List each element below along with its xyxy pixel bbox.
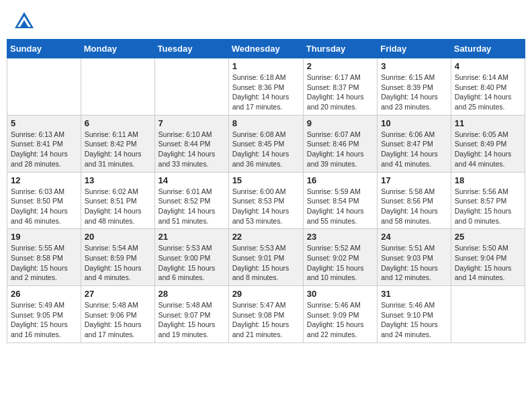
day-number: 3: [381, 61, 447, 71]
weekday-header-thursday: Thursday: [303, 40, 377, 58]
day-number: 16: [307, 175, 373, 185]
weekday-header-wednesday: Wednesday: [228, 40, 303, 58]
empty-cell: [154, 58, 228, 116]
day-number: 17: [381, 175, 447, 185]
day-number: 31: [381, 289, 447, 299]
day-info: Sunrise: 5:46 AM Sunset: 9:10 PM Dayligh…: [381, 300, 447, 340]
day-number: 9: [307, 118, 373, 128]
day-info: Sunrise: 6:13 AM Sunset: 8:41 PM Dayligh…: [11, 130, 77, 169]
calendar-week-3: 12Sunrise: 6:03 AM Sunset: 8:50 PM Dayli…: [7, 172, 525, 229]
weekday-header-saturday: Saturday: [451, 40, 525, 58]
day-info: Sunrise: 5:52 AM Sunset: 9:02 PM Dayligh…: [307, 243, 373, 283]
day-cell-20: 20Sunrise: 5:54 AM Sunset: 8:59 PM Dayli…: [81, 229, 154, 286]
day-info: Sunrise: 6:07 AM Sunset: 8:46 PM Dayligh…: [307, 130, 373, 169]
calendar-week-4: 19Sunrise: 5:55 AM Sunset: 8:58 PM Dayli…: [7, 229, 525, 286]
empty-cell: [7, 58, 81, 116]
day-info: Sunrise: 5:59 AM Sunset: 8:54 PM Dayligh…: [307, 187, 373, 226]
day-info: Sunrise: 5:47 AM Sunset: 9:08 PM Dayligh…: [232, 300, 300, 340]
day-info: Sunrise: 6:05 AM Sunset: 8:49 PM Dayligh…: [455, 130, 521, 169]
day-number: 27: [85, 289, 151, 299]
day-cell-9: 9Sunrise: 6:07 AM Sunset: 8:46 PM Daylig…: [303, 115, 377, 172]
day-info: Sunrise: 5:49 AM Sunset: 9:05 PM Dayligh…: [11, 300, 77, 340]
day-number: 22: [232, 232, 300, 242]
day-cell-18: 18Sunrise: 5:56 AM Sunset: 8:57 PM Dayli…: [451, 172, 525, 229]
day-cell-12: 12Sunrise: 6:03 AM Sunset: 8:50 PM Dayli…: [7, 172, 81, 229]
day-info: Sunrise: 6:14 AM Sunset: 8:40 PM Dayligh…: [455, 73, 521, 112]
day-number: 7: [159, 118, 225, 128]
calendar-table: SundayMondayTuesdayWednesdayThursdayFrid…: [7, 39, 525, 343]
empty-cell: [451, 286, 525, 343]
calendar-week-1: 1Sunrise: 6:18 AM Sunset: 8:36 PM Daylig…: [7, 58, 525, 116]
day-cell-27: 27Sunrise: 5:48 AM Sunset: 9:06 PM Dayli…: [81, 286, 154, 343]
day-number: 11: [455, 118, 521, 128]
day-number: 30: [307, 289, 373, 299]
weekday-header-friday: Friday: [378, 40, 451, 58]
day-info: Sunrise: 6:10 AM Sunset: 8:44 PM Dayligh…: [159, 130, 225, 169]
day-info: Sunrise: 5:56 AM Sunset: 8:57 PM Dayligh…: [455, 187, 521, 226]
day-info: Sunrise: 6:06 AM Sunset: 8:47 PM Dayligh…: [381, 130, 447, 169]
day-number: 5: [11, 118, 77, 128]
day-info: Sunrise: 6:18 AM Sunset: 8:36 PM Dayligh…: [232, 73, 300, 112]
day-number: 1: [232, 61, 300, 71]
day-cell-3: 3Sunrise: 6:15 AM Sunset: 8:39 PM Daylig…: [378, 58, 451, 116]
day-cell-23: 23Sunrise: 5:52 AM Sunset: 9:02 PM Dayli…: [303, 229, 377, 286]
empty-cell: [81, 58, 154, 116]
day-cell-21: 21Sunrise: 5:53 AM Sunset: 9:00 PM Dayli…: [154, 229, 228, 286]
day-cell-29: 29Sunrise: 5:47 AM Sunset: 9:08 PM Dayli…: [228, 286, 303, 343]
day-number: 15: [232, 175, 300, 185]
day-cell-26: 26Sunrise: 5:49 AM Sunset: 9:05 PM Dayli…: [7, 286, 81, 343]
page-header: [7, 7, 525, 36]
day-info: Sunrise: 5:51 AM Sunset: 9:03 PM Dayligh…: [381, 243, 447, 283]
day-number: 25: [455, 232, 521, 242]
day-info: Sunrise: 6:01 AM Sunset: 8:52 PM Dayligh…: [159, 187, 225, 226]
day-cell-30: 30Sunrise: 5:46 AM Sunset: 9:09 PM Dayli…: [303, 286, 377, 343]
calendar-week-5: 26Sunrise: 5:49 AM Sunset: 9:05 PM Dayli…: [7, 286, 525, 343]
day-cell-28: 28Sunrise: 5:48 AM Sunset: 9:07 PM Dayli…: [154, 286, 228, 343]
day-info: Sunrise: 6:00 AM Sunset: 8:53 PM Dayligh…: [232, 187, 300, 226]
day-number: 18: [455, 175, 521, 185]
day-info: Sunrise: 6:11 AM Sunset: 8:42 PM Dayligh…: [85, 130, 151, 169]
day-number: 14: [159, 175, 225, 185]
day-info: Sunrise: 6:08 AM Sunset: 8:45 PM Dayligh…: [232, 130, 300, 169]
day-cell-2: 2Sunrise: 6:17 AM Sunset: 8:37 PM Daylig…: [303, 58, 377, 116]
day-info: Sunrise: 5:54 AM Sunset: 8:59 PM Dayligh…: [85, 243, 151, 283]
day-number: 26: [11, 289, 77, 299]
day-info: Sunrise: 5:48 AM Sunset: 9:07 PM Dayligh…: [159, 300, 225, 340]
day-cell-10: 10Sunrise: 6:06 AM Sunset: 8:47 PM Dayli…: [378, 115, 451, 172]
day-cell-24: 24Sunrise: 5:51 AM Sunset: 9:03 PM Dayli…: [378, 229, 451, 286]
day-cell-6: 6Sunrise: 6:11 AM Sunset: 8:42 PM Daylig…: [81, 115, 154, 172]
day-number: 6: [85, 118, 151, 128]
day-cell-17: 17Sunrise: 5:58 AM Sunset: 8:56 PM Dayli…: [378, 172, 451, 229]
day-info: Sunrise: 5:55 AM Sunset: 8:58 PM Dayligh…: [11, 243, 77, 283]
day-cell-22: 22Sunrise: 5:53 AM Sunset: 9:01 PM Dayli…: [228, 229, 303, 286]
logo: [12, 9, 38, 34]
day-number: 19: [11, 232, 77, 242]
weekday-header-tuesday: Tuesday: [154, 40, 228, 58]
day-info: Sunrise: 5:48 AM Sunset: 9:06 PM Dayligh…: [85, 300, 151, 340]
weekday-header-monday: Monday: [81, 40, 154, 58]
day-number: 23: [307, 232, 373, 242]
day-number: 12: [11, 175, 77, 185]
day-number: 24: [381, 232, 447, 242]
weekday-header-row: SundayMondayTuesdayWednesdayThursdayFrid…: [7, 40, 525, 58]
day-number: 28: [159, 289, 225, 299]
day-cell-1: 1Sunrise: 6:18 AM Sunset: 8:36 PM Daylig…: [228, 58, 303, 116]
day-info: Sunrise: 6:15 AM Sunset: 8:39 PM Dayligh…: [381, 73, 447, 112]
day-number: 2: [307, 61, 373, 71]
day-cell-5: 5Sunrise: 6:13 AM Sunset: 8:41 PM Daylig…: [7, 115, 81, 172]
day-cell-15: 15Sunrise: 6:00 AM Sunset: 8:53 PM Dayli…: [228, 172, 303, 229]
day-cell-19: 19Sunrise: 5:55 AM Sunset: 8:58 PM Dayli…: [7, 229, 81, 286]
day-cell-7: 7Sunrise: 6:10 AM Sunset: 8:44 PM Daylig…: [154, 115, 228, 172]
day-info: Sunrise: 6:17 AM Sunset: 8:37 PM Dayligh…: [307, 73, 373, 112]
day-info: Sunrise: 6:03 AM Sunset: 8:50 PM Dayligh…: [11, 187, 77, 226]
day-cell-4: 4Sunrise: 6:14 AM Sunset: 8:40 PM Daylig…: [451, 58, 525, 116]
day-number: 8: [232, 118, 300, 128]
day-cell-11: 11Sunrise: 6:05 AM Sunset: 8:49 PM Dayli…: [451, 115, 525, 172]
logo-icon: [12, 9, 36, 34]
day-number: 29: [232, 289, 300, 299]
day-info: Sunrise: 5:46 AM Sunset: 9:09 PM Dayligh…: [307, 300, 373, 340]
day-cell-13: 13Sunrise: 6:02 AM Sunset: 8:51 PM Dayli…: [81, 172, 154, 229]
day-info: Sunrise: 5:53 AM Sunset: 9:01 PM Dayligh…: [232, 243, 300, 283]
day-number: 4: [455, 61, 521, 71]
calendar-week-2: 5Sunrise: 6:13 AM Sunset: 8:41 PM Daylig…: [7, 115, 525, 172]
